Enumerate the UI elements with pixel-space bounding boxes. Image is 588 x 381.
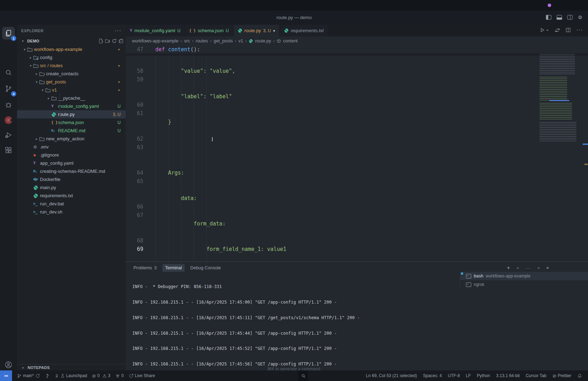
run-python-file-button[interactable]: [540, 28, 549, 33]
account-icon[interactable]: [2, 358, 15, 371]
close-panel-icon[interactable]: ×: [546, 265, 549, 271]
breadcrumb-item[interactable]: routes: [196, 39, 208, 43]
breadcrumb-item[interactable]: workflows-app-example: [132, 39, 178, 43]
workspace-section-header[interactable]: ▾ DEMO: [17, 36, 126, 45]
tree-item-create-contacts[interactable]: ▸ create_contacts: [17, 70, 126, 78]
chevron-down-icon[interactable]: [516, 266, 519, 270]
toggle-panel-icon[interactable]: [557, 15, 562, 20]
panel-tabs: Problems3 Terminal Debug Console: [131, 264, 224, 272]
config-folder-icon: [33, 55, 40, 60]
problems-status[interactable]: ⊘0 ⚠3: [92, 373, 110, 379]
more-actions-icon[interactable]: ···: [525, 265, 531, 271]
git-branch-status[interactable]: main*: [17, 373, 40, 378]
run-iterate-icon[interactable]: [555, 28, 560, 33]
tree-item-dockerfile[interactable]: Dockerfile: [17, 175, 126, 183]
tree-item-gitignore[interactable]: ◆ .gitignore: [17, 151, 126, 159]
tab-route-py[interactable]: route.py 3, U ●: [234, 25, 280, 36]
breadcrumb-item[interactable]: route.py: [255, 39, 271, 43]
tab-problems[interactable]: Problems3: [131, 264, 160, 272]
notepads-section[interactable]: ▸ NOTEPADS: [17, 364, 126, 370]
tree-item-requirements-txt[interactable]: requirements.txt: [17, 192, 126, 200]
scm-badge: 4: [11, 91, 16, 96]
toggle-secondary-sidebar-icon[interactable]: [567, 15, 573, 20]
tab-requirements-txt[interactable]: requirements.txt: [280, 25, 328, 36]
tree-item-env[interactable]: ⚙ .env: [17, 143, 126, 151]
code-content[interactable]: "value": "value", "label": "label" } Arg…: [155, 50, 373, 262]
yaml-icon: Y: [33, 161, 40, 165]
extensions-icon[interactable]: [2, 144, 15, 157]
more-actions-icon[interactable]: ···: [115, 28, 121, 34]
new-folder-icon[interactable]: [105, 39, 110, 43]
minimap[interactable]: [539, 46, 583, 142]
problems-count: 3: [154, 265, 157, 270]
tree-item-main-py[interactable]: main.py: [17, 183, 126, 192]
code-editor[interactable]: 5859 6061 6263 6465 6667 6869 7071 7273 …: [126, 45, 588, 262]
eol-status[interactable]: LF: [466, 373, 471, 378]
tab-module-config-yaml[interactable]: Y module_config.yaml U: [126, 25, 185, 36]
tree-item-src-routes[interactable]: ▾ src / routes ●: [17, 61, 126, 70]
launchpad-button[interactable]: Launchpad: [54, 373, 87, 378]
new-terminal-icon[interactable]: +: [507, 265, 510, 271]
run-debug-icon[interactable]: [2, 129, 15, 141]
indentation-status[interactable]: Spaces: 4: [423, 373, 442, 378]
debug-bug-icon[interactable]: [2, 99, 15, 111]
ports-status[interactable]: 0: [115, 373, 124, 378]
maximize-panel-icon[interactable]: [537, 266, 540, 270]
tree-item-run-dev-sh[interactable]: >_ run_dev.sh: [17, 208, 126, 216]
terminal-list-item-bash[interactable]: >_ bash workflows-app-example: [460, 272, 588, 280]
mouse-text-cursor: ꞁ: [212, 135, 213, 142]
terminal-list-item-ngrok[interactable]: >_ ngrok: [460, 280, 588, 289]
tree-item-route-py[interactable]: route.py 3, U: [17, 110, 126, 118]
tree-item-pycache[interactable]: ▸ __pycache__: [17, 94, 126, 102]
cursor-position-status[interactable]: Ln 69, Col 53 (21 selected): [366, 373, 417, 378]
collapse-all-icon[interactable]: [119, 39, 123, 43]
tree-item-creating-schemas-readme[interactable]: M↓ creating-schemas-README.md: [17, 167, 126, 175]
tree-item-get-posts[interactable]: ▾ get_posts ●: [17, 78, 126, 86]
breadcrumb-item[interactable]: get_posts: [214, 39, 233, 43]
prettier-status[interactable]: ⊘Prettier: [552, 373, 571, 379]
more-actions-icon[interactable]: ···: [576, 27, 583, 33]
breadcrumb-item[interactable]: content: [283, 39, 298, 43]
tree-item-app-config-yaml[interactable]: Y app_config.yaml: [17, 159, 126, 167]
split-editor-icon[interactable]: [566, 28, 571, 33]
json-icon: { }: [189, 29, 196, 33]
remote-indicator[interactable]: ><: [0, 370, 12, 381]
tree-item-module-config-yaml[interactable]: Y module_config.yaml U: [17, 102, 126, 110]
tree-item-readme-md[interactable]: M↓ README.md U: [17, 127, 126, 135]
tree-item-v1[interactable]: ▾ v1 ●: [17, 86, 126, 94]
tab-debug-console[interactable]: Debug Console: [188, 264, 224, 272]
folder-icon: [39, 80, 46, 84]
explorer-icon[interactable]: 1: [2, 27, 15, 40]
live-share-button[interactable]: Live Share: [129, 373, 155, 378]
breadcrumb-item[interactable]: v1: [238, 39, 243, 43]
tab-terminal[interactable]: Terminal: [162, 264, 185, 272]
cursor-tab-status[interactable]: Cursor Tab: [526, 373, 546, 378]
language-status[interactable]: Python: [477, 373, 490, 378]
source-control-icon[interactable]: 4: [2, 82, 15, 95]
encoding-status[interactable]: UTF-8: [448, 373, 460, 378]
tree-item-workflows-app-example[interactable]: ▾ workflows-app-example ●: [17, 45, 126, 53]
terminal-output[interactable]: INFO - * Debugger PIN: 856-118-331 INFO …: [132, 274, 452, 381]
git-status-badge: U: [117, 128, 121, 133]
extension-circle-icon[interactable]: [2, 114, 15, 127]
source-control-graph-button[interactable]: [45, 374, 50, 378]
refresh-icon[interactable]: [112, 39, 117, 43]
layout-settings-gear-icon[interactable]: ⚙: [578, 14, 582, 20]
unsaved-dot-icon[interactable]: ●: [273, 29, 275, 33]
modified-dot: ●: [118, 88, 120, 92]
search-icon[interactable]: [2, 66, 15, 79]
tree-item-schema-json[interactable]: { } schema.json U: [17, 118, 126, 127]
workspace-name: DEMO: [27, 39, 97, 43]
toggle-sidebar-icon[interactable]: [546, 15, 552, 20]
active-terminal-indicator: [461, 272, 463, 275]
tree-item-config[interactable]: ▸ config: [17, 53, 126, 61]
tree-item-run-dev-bat[interactable]: >_ run_dev.bat: [17, 200, 126, 208]
tree-item-new-empty-action[interactable]: ▸ new_empty_action: [17, 135, 126, 143]
notifications-bell-icon[interactable]: [577, 374, 582, 378]
sticky-scroll-line[interactable]: 47 def content():: [126, 45, 588, 54]
python-version-status[interactable]: 3.13.1 64-bit: [496, 373, 520, 378]
breadcrumb-item[interactable]: src: [184, 39, 190, 43]
status-search-icon[interactable]: [298, 370, 308, 381]
new-file-icon[interactable]: [98, 39, 103, 43]
tab-schema-json[interactable]: { } schema.json U: [185, 25, 234, 36]
